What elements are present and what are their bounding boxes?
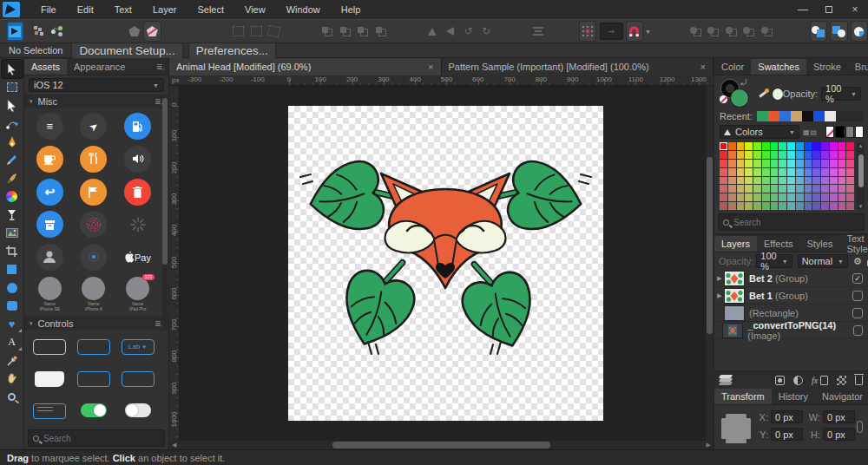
palette-swatch[interactable] <box>720 168 727 176</box>
asset-device-3[interactable]: 123 NameiPad Pro <box>126 277 149 312</box>
toggle-fill-mode-button[interactable] <box>144 22 161 41</box>
palette-swatch[interactable] <box>787 202 795 210</box>
asset-apple-pay-icon[interactable]: Pay <box>124 244 151 271</box>
asset-spinner-icon[interactable] <box>124 211 151 238</box>
palette-swatch[interactable] <box>821 185 829 193</box>
asset-volume-icon[interactable] <box>124 146 151 173</box>
boolean-intersect-button[interactable] <box>723 22 740 41</box>
palette-swatch[interactable] <box>812 168 820 176</box>
palette-swatch[interactable] <box>737 193 745 201</box>
boolean-subtract-button[interactable] <box>705 22 721 41</box>
palette-swatch[interactable] <box>779 193 786 201</box>
palette-swatch[interactable] <box>745 177 753 185</box>
palette-swatch[interactable] <box>821 151 829 159</box>
palette-swatch[interactable] <box>838 177 846 185</box>
recent-swatch[interactable] <box>757 111 768 121</box>
palette-swatch[interactable] <box>796 168 804 176</box>
asset-radio-icon[interactable] <box>80 244 107 271</box>
recent-swatch[interactable] <box>825 111 836 121</box>
palette-swatch[interactable] <box>846 160 854 167</box>
move-to-back-button[interactable] <box>373 22 390 41</box>
toggle-shape-button[interactable] <box>127 22 143 41</box>
swatch-white[interactable] <box>856 127 863 137</box>
layer-expand-arrow[interactable]: ▶ <box>714 292 725 299</box>
palette-swatch[interactable] <box>846 142 854 150</box>
rotate-ccw-button[interactable]: ↺ <box>460 22 477 41</box>
palette-swatch[interactable] <box>805 202 812 210</box>
zoom-tool[interactable] <box>2 388 23 406</box>
palette-swatch[interactable] <box>762 151 770 159</box>
checkerboard-icon[interactable] <box>837 376 846 385</box>
control-label-button[interactable]: Lab▼ <box>122 339 155 355</box>
layer-thumbnail[interactable] <box>725 289 744 303</box>
export-persona-button[interactable] <box>49 22 65 41</box>
recent-swatch[interactable] <box>813 111 825 121</box>
palette-swatch[interactable] <box>728 177 736 185</box>
close-tab-icon[interactable]: × <box>694 62 706 72</box>
palette-swatch[interactable] <box>745 202 753 210</box>
move-to-front-button[interactable] <box>319 22 336 41</box>
control-button-blue[interactable] <box>77 339 110 355</box>
brush-tool[interactable] <box>2 169 23 187</box>
palette-swatch[interactable] <box>838 151 846 159</box>
control-toggle-on[interactable] <box>81 403 107 417</box>
palette-swatch[interactable] <box>821 202 829 210</box>
recent-swatch[interactable] <box>779 111 791 121</box>
document-tab-animal-head[interactable]: Animal Head [Modified] (69.0%) × <box>169 58 442 75</box>
asset-reply-icon[interactable]: ↩ <box>36 179 63 206</box>
palette-swatch[interactable] <box>720 151 727 159</box>
palette-swatch[interactable] <box>779 202 786 210</box>
layer-visibility-checkbox[interactable] <box>852 291 863 301</box>
ellipse-tool[interactable] <box>2 278 23 297</box>
pen-tool[interactable] <box>2 133 23 151</box>
no-color-badge[interactable] <box>720 95 727 103</box>
layer-row[interactable]: ▶Bet 1 (Group) <box>714 287 868 305</box>
palette-swatch[interactable] <box>805 185 812 193</box>
designer-persona-button[interactable] <box>7 22 23 41</box>
palette-swatch[interactable] <box>830 202 838 210</box>
document-setup-button[interactable]: Document Setup... <box>71 43 182 59</box>
layer-thumbnail[interactable] <box>725 272 744 285</box>
flip-vertical-button[interactable] <box>443 22 459 41</box>
control-toggle-off[interactable] <box>125 403 151 417</box>
blend-mode-dropdown[interactable]: Normal ▼ <box>798 254 848 268</box>
palette-swatch[interactable] <box>830 142 838 150</box>
fill-stroke-indicator[interactable]: ⤾ <box>721 80 751 108</box>
palette-swatch[interactable] <box>805 168 812 176</box>
picked-color-swatch[interactable] <box>773 88 783 100</box>
palette-swatch[interactable] <box>753 151 761 159</box>
delete-layer-icon[interactable] <box>855 376 863 385</box>
palette-swatch[interactable] <box>812 151 820 159</box>
assets-scrollbar[interactable] <box>162 96 168 328</box>
palette-swatch[interactable] <box>728 151 736 159</box>
menu-file[interactable]: File <box>30 2 67 17</box>
tab-history[interactable]: History <box>772 389 815 404</box>
insert-on-top-button[interactable] <box>831 22 847 41</box>
vertical-scrollbar[interactable] <box>706 86 713 441</box>
close-button[interactable]: × <box>842 0 868 19</box>
palette-swatch[interactable] <box>846 177 854 185</box>
palette-swatch[interactable] <box>737 142 745 150</box>
menu-edit[interactable]: Edit <box>67 2 104 17</box>
move-by-whole-pixels-toggle[interactable]: ⊸ <box>600 23 622 40</box>
tab-swatches[interactable]: Swatches <box>751 59 806 75</box>
recent-swatch[interactable] <box>768 111 779 121</box>
palette-swatch[interactable] <box>830 177 838 185</box>
snapping-grid-button[interactable] <box>580 22 596 41</box>
menu-help[interactable]: Help <box>331 2 372 17</box>
palette-swatch[interactable] <box>771 202 779 210</box>
palette-swatch[interactable] <box>753 202 761 210</box>
tab-color[interactable]: Color <box>714 59 751 75</box>
assets-search-input[interactable] <box>43 434 160 443</box>
vertical-scrollbar-thumb[interactable] <box>707 157 713 335</box>
palette-swatch[interactable] <box>796 142 804 150</box>
palette-swatch[interactable] <box>771 185 779 193</box>
palette-swatch[interactable] <box>728 185 736 193</box>
palette-swatch[interactable] <box>720 177 727 185</box>
move-forward-button[interactable] <box>338 22 354 41</box>
palette-swatch[interactable] <box>805 160 812 167</box>
tab-stroke[interactable]: Stroke <box>806 59 848 75</box>
anchor-point-selector[interactable] <box>721 414 751 443</box>
palette-swatch[interactable] <box>779 168 786 176</box>
preferences-button[interactable]: Preferences... <box>188 43 276 59</box>
